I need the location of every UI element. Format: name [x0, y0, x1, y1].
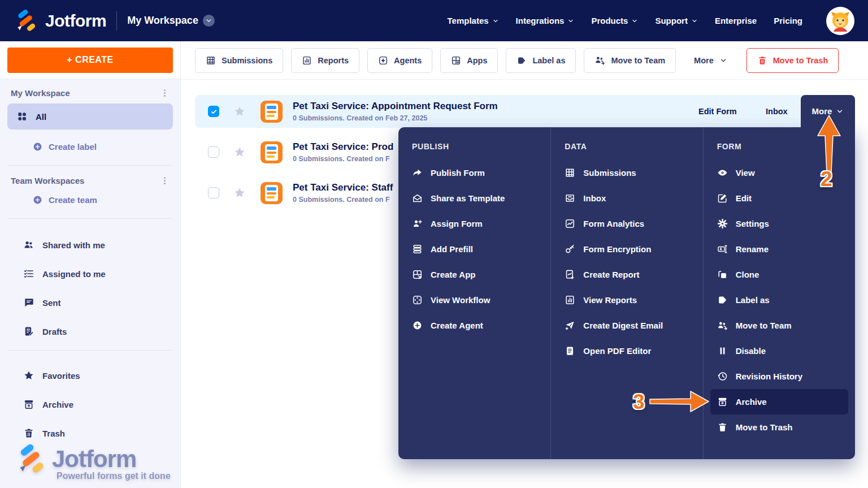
menu-item-create-report[interactable]: Create Report — [558, 262, 696, 287]
edit-form-button[interactable]: Edit Form — [698, 107, 737, 116]
sidebar-item-archive[interactable]: Archive — [23, 394, 173, 414]
favorite-star-icon[interactable] — [233, 146, 246, 158]
watermark-brand: Jotform — [52, 446, 136, 473]
menu-item-add-prefill[interactable]: Add Prefill — [405, 236, 544, 262]
nav-link-products[interactable]: Products — [591, 16, 638, 25]
menu-item-clone[interactable]: Clone — [710, 262, 848, 287]
user-avatar[interactable] — [826, 7, 854, 35]
agents-button[interactable]: Agents — [367, 48, 432, 73]
brand-name: Jotform — [45, 11, 106, 31]
people-icon — [23, 239, 34, 251]
toolbar-more-button[interactable]: More — [684, 48, 737, 73]
form-title: Pet Taxi Service: Staff — [293, 182, 393, 193]
row-checkbox[interactable] — [208, 146, 219, 158]
menu-item-create-agent[interactable]: Create Agent — [405, 313, 544, 338]
all-forms-grid-icon — [16, 111, 28, 122]
checklist-icon — [23, 268, 34, 279]
menu-item-form-encryption[interactable]: Form Encryption — [558, 236, 696, 262]
menu-item-create-app[interactable]: Create App — [405, 262, 544, 287]
create-label-button[interactable]: Create label — [32, 138, 173, 155]
chat-icon — [23, 297, 34, 308]
form-row-text: Pet Taxi Service: Prod 0 Submissions. Cr… — [293, 141, 393, 163]
archive-icon — [23, 399, 34, 410]
menu-item-edit[interactable]: Edit — [710, 185, 848, 211]
menu-item-disable[interactable]: Disable — [710, 338, 848, 364]
favorite-star-icon[interactable] — [233, 187, 246, 199]
star-icon — [23, 370, 34, 381]
menu-item-publish-form[interactable]: Publish Form — [405, 160, 544, 185]
menu-item-settings[interactable]: Settings — [710, 211, 848, 236]
favorite-star-icon[interactable] — [233, 105, 246, 118]
sidebar-item-favorites[interactable]: Favorites — [23, 365, 173, 386]
create-team-button[interactable]: Create team — [32, 191, 173, 208]
navbar-divider — [116, 11, 117, 31]
sidebar-item-trash[interactable]: Trash — [23, 423, 173, 443]
apps-button[interactable]: Apps — [440, 48, 498, 73]
menu-item-move-to-team[interactable]: Move to Team — [710, 313, 848, 338]
menu-item-view-reports[interactable]: View Reports — [558, 287, 696, 313]
form-meta: 0 Submissions. Created on F — [293, 155, 393, 163]
form-actions-toolbar: Submissions Reports Agents Apps Label as… — [181, 41, 868, 79]
prefill-stack-icon — [412, 244, 423, 254]
team-workspaces-menu-button[interactable] — [160, 176, 170, 185]
label-as-button[interactable]: Label as — [506, 48, 576, 73]
sidebar-item-sent[interactable]: Sent — [23, 292, 173, 313]
menu-item-open-pdf-editor[interactable]: Open PDF Editor — [558, 338, 696, 364]
move-to-team-button[interactable]: Move to Team — [584, 48, 676, 73]
row-more-button-active[interactable]: More — [801, 95, 855, 127]
nav-link-pricing[interactable]: Pricing — [774, 16, 802, 25]
menu-item-submissions[interactable]: Submissions — [558, 160, 696, 185]
nav-link-templates[interactable]: Templates — [447, 16, 498, 25]
chevron-down-icon — [719, 57, 727, 64]
menu-item-share-as-template[interactable]: Share as Template — [405, 185, 544, 211]
more-dropdown-menu: PUBLISH Publish Form Share as Template A… — [398, 127, 855, 459]
sidebar-item-drafts[interactable]: Drafts — [23, 321, 173, 342]
my-workspace-menu-button[interactable] — [160, 88, 170, 98]
reports-button[interactable]: Reports — [291, 48, 359, 73]
sidebar-nav-items-bottom: Favorites Archive Trash — [7, 365, 173, 443]
menu-item-revision-history[interactable]: Revision History — [710, 364, 848, 389]
sidebar-item-assigned-to-me[interactable]: Assigned to me — [23, 264, 173, 284]
workspace-switcher-button[interactable] — [203, 15, 215, 27]
inbox-button[interactable]: Inbox — [766, 107, 788, 116]
form-meta: 0 Submissions. Created on Feb 27, 2025 — [293, 114, 498, 122]
nav-link-support[interactable]: Support — [655, 16, 698, 25]
row-checkbox-checked[interactable] — [208, 106, 219, 117]
gear-icon — [717, 218, 728, 229]
submissions-button[interactable]: Submissions — [195, 48, 283, 73]
plus-circle-icon — [32, 195, 43, 205]
navbar-links: Templates Integrations Products Support … — [447, 7, 854, 35]
menu-item-move-to-trash[interactable]: Move to Trash — [710, 414, 848, 440]
check-icon — [210, 108, 218, 115]
analytics-icon — [565, 218, 575, 229]
menu-item-view[interactable]: View — [710, 160, 848, 185]
workspace-name: My Workspace — [127, 15, 198, 27]
nav-link-enterprise[interactable]: Enterprise — [715, 16, 757, 25]
form-icon — [261, 101, 283, 123]
history-icon — [717, 371, 728, 382]
sidebar-item-shared-with-me[interactable]: Shared with me — [23, 235, 173, 255]
menu-item-inbox[interactable]: Inbox — [558, 185, 696, 211]
eye-icon — [717, 167, 728, 178]
menu-item-rename[interactable]: Rename — [710, 236, 848, 262]
menu-section-form: FORM View Edit Settings Rename Clone Lab… — [703, 127, 855, 459]
menu-section-publish: PUBLISH Publish Form Share as Template A… — [398, 127, 550, 459]
form-row-appointment-request[interactable]: Pet Taxi Service: Appointment Request Fo… — [195, 95, 855, 128]
menu-item-archive-highlighted[interactable]: Archive — [710, 389, 848, 414]
jotform-logo[interactable]: Jotform — [14, 8, 106, 33]
sidebar-item-all[interactable]: All — [7, 103, 173, 129]
menu-item-label-as[interactable]: Label as — [710, 287, 848, 313]
menu-item-view-workflow[interactable]: View Workflow — [405, 287, 544, 313]
move-to-trash-button[interactable]: Move to Trash — [747, 48, 839, 73]
apps-icon — [451, 55, 461, 66]
create-button[interactable]: + CREATE — [7, 47, 173, 73]
menu-item-create-digest-email[interactable]: Create Digest Email — [558, 313, 696, 338]
row-checkbox[interactable] — [208, 187, 219, 198]
nav-link-integrations[interactable]: Integrations — [516, 16, 575, 25]
chevron-down-icon — [205, 17, 212, 24]
report-plus-icon — [565, 269, 575, 280]
menu-item-assign-form[interactable]: Assign Form — [405, 211, 544, 236]
watermark-tagline: Powerful forms get it done — [57, 471, 171, 481]
top-navbar: Jotform My Workspace Templates Integrati… — [0, 0, 868, 41]
menu-item-form-analytics[interactable]: Form Analytics — [558, 211, 696, 236]
